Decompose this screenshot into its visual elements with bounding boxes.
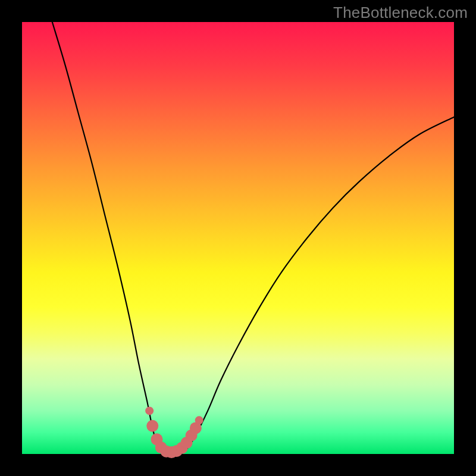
highlight-point <box>146 420 158 432</box>
highlight-point <box>145 406 154 415</box>
plot-area <box>22 22 454 454</box>
bottleneck-curve <box>52 22 454 455</box>
watermark-label: TheBottleneck.com <box>333 4 468 22</box>
highlight-point <box>195 416 203 424</box>
outer-frame: TheBottleneck.com <box>0 0 476 476</box>
chart-svg <box>22 22 454 454</box>
